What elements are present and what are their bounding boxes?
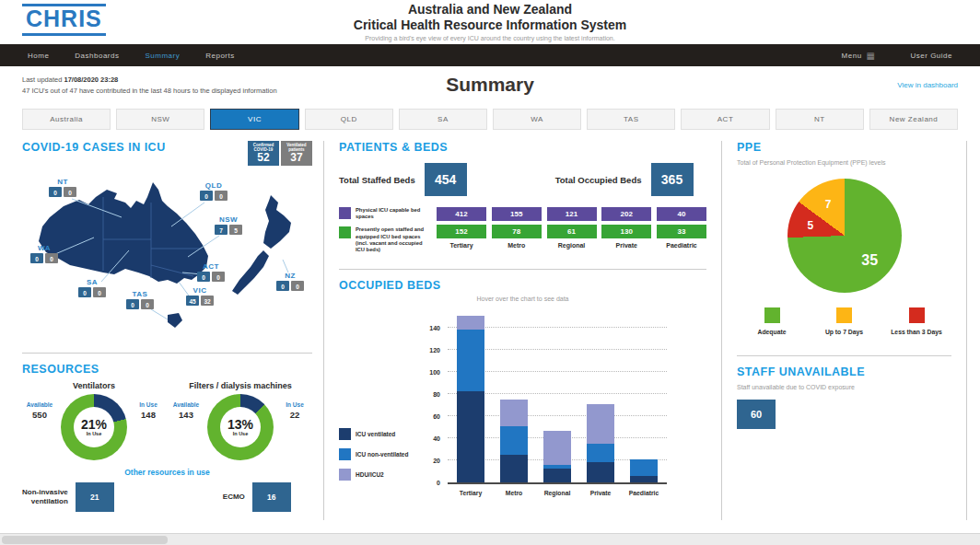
- covid-badge-value: 52: [248, 152, 279, 164]
- nz-north-island-shape: [263, 195, 291, 249]
- user-guide-link[interactable]: User Guide: [898, 52, 965, 60]
- tab-tas[interactable]: TAS: [587, 109, 675, 130]
- total-occupied-label: Total Occupied Beds: [555, 175, 642, 185]
- tab-sa[interactable]: SA: [399, 109, 487, 130]
- available-value: 550: [24, 410, 55, 420]
- ytick-140: 140: [414, 325, 440, 331]
- tab-wa[interactable]: WA: [493, 109, 581, 130]
- app-title: Australia and New Zealand Critical Healt…: [0, 2, 980, 41]
- bar-tertiary-hdu-icu2[interactable]: [457, 316, 484, 329]
- occupied-beds-chart[interactable]: TertiaryMetroRegionalPrivatePaediatric02…: [339, 307, 706, 515]
- ppe-pie-chart[interactable]: 3557: [788, 179, 902, 293]
- bar-regional-icu-non-ventilated[interactable]: [543, 465, 571, 469]
- nav-item-summary[interactable]: Summary: [132, 52, 192, 60]
- svg-text:SA: SA: [87, 278, 98, 286]
- resources-title: RESOURCES: [22, 363, 312, 376]
- ppe-legend-swatch: [836, 307, 852, 323]
- covid-badge-ventilated: Ventilated patients37: [281, 141, 312, 166]
- svg-text:NSW: NSW: [219, 215, 238, 224]
- svg-text:0: 0: [146, 302, 149, 308]
- tab-qld[interactable]: QLD: [305, 109, 393, 130]
- bar-private-icu-ventilated[interactable]: [587, 462, 614, 483]
- app-subtitle: Providing a bird's eye view of every ICU…: [0, 35, 980, 41]
- bar-metro-icu-ventilated[interactable]: [500, 455, 528, 482]
- nav-item-dashboards[interactable]: Dashboards: [62, 52, 132, 60]
- physical-beds-value: 155: [492, 207, 542, 221]
- bar-tertiary-icu-ventilated[interactable]: [457, 391, 484, 483]
- ppe-legend-up-to-7-days: Up to 7 Days: [811, 307, 878, 335]
- title-line2: Critical Health Resource Information Sys…: [0, 17, 980, 33]
- nav-item-reports[interactable]: Reports: [192, 52, 248, 60]
- bar-chart-plot: TertiaryMetroRegionalPrivatePaediatric: [448, 313, 667, 484]
- ytick-20: 20: [414, 458, 440, 464]
- ecmo-label: ECMO: [223, 493, 245, 502]
- donut-title: Ventilators: [24, 381, 164, 390]
- pie-value-less-than-3-days: 5: [807, 219, 813, 232]
- page-title: Summary: [0, 74, 980, 96]
- right-divider: [737, 355, 951, 356]
- ecmo: ECMO 16: [223, 482, 291, 512]
- app-header: CHRIS Australia and New Zealand Critical…: [0, 0, 980, 44]
- donut-pct: 21%: [81, 418, 107, 431]
- menu-button[interactable]: Menu ▦: [842, 51, 876, 61]
- svg-text:0: 0: [35, 256, 39, 262]
- map-state-nz: NZ00: [276, 260, 304, 291]
- bar-metro-hdu-icu2[interactable]: [500, 400, 528, 426]
- beds-legend-item-0: Physical ICU capable bed spaces: [339, 207, 431, 220]
- physical-beds-value: 121: [547, 207, 597, 221]
- physical-beds-value: 40: [657, 207, 706, 221]
- map-state-tas: TAS00: [126, 290, 168, 319]
- ytick-120: 120: [414, 347, 440, 354]
- bed-category-label: Private: [601, 242, 651, 249]
- covid-title: COVID-19 CASES IN ICU: [22, 141, 166, 154]
- ppe-legend-swatch: [764, 307, 780, 323]
- bar-category-label-paediatric: Paediatric: [621, 490, 667, 496]
- covid-section-header: COVID-19 CASES IN ICU Confirmed COVID-19…: [22, 141, 312, 166]
- donut-ring: 13%In Use: [207, 394, 274, 460]
- resource-donuts: VentilatorsAvailable55021%In UseIn Use14…: [22, 381, 312, 460]
- bar-paediatric-icu-non-ventilated[interactable]: [630, 459, 658, 476]
- donut-row: Available55021%In UseIn Use148: [24, 394, 164, 460]
- donut-center: 21%In Use: [74, 407, 114, 447]
- bar-legend-swatch: [339, 448, 351, 460]
- total-staffed-label: Total Staffed Beds: [339, 175, 415, 185]
- total-staffed-value: 454: [425, 163, 467, 196]
- tab-new-zealand[interactable]: New Zealand: [869, 109, 958, 130]
- tab-nt[interactable]: NT: [776, 109, 864, 130]
- bed-category-tertiary: 412152Tertiary: [437, 207, 486, 260]
- bar-metro-icu-non-ventilated[interactable]: [500, 426, 528, 455]
- bed-category-metro: 15578Metro: [492, 207, 542, 260]
- svg-text:0: 0: [50, 256, 53, 262]
- available-value: 143: [170, 410, 202, 420]
- non-invasive-label: Non-invasive ventilation: [22, 488, 68, 505]
- scrollbar-thumb[interactable]: [2, 536, 168, 544]
- svg-text:0: 0: [68, 190, 72, 196]
- bar-regional-hdu-icu2[interactable]: [543, 431, 571, 465]
- bed-categories: 412152Tertiary15578Metro12161Regional202…: [437, 207, 706, 260]
- tasmania-shape: [168, 313, 182, 328]
- bar-tertiary-icu-non-ventilated[interactable]: [457, 330, 484, 391]
- view-in-dashboard-link[interactable]: View in dashboard: [897, 81, 958, 89]
- tab-act[interactable]: ACT: [681, 109, 769, 130]
- donut-row: Available14313%In UseIn Use22: [170, 394, 310, 460]
- bed-category-label: Metro: [492, 242, 542, 249]
- svg-text:NT: NT: [57, 178, 68, 186]
- ppe-legend-swatch: [909, 307, 925, 323]
- beds-legend-label: Physical ICU capable bed spaces: [356, 207, 431, 220]
- ytick-0: 0: [414, 480, 440, 486]
- non-invasive-value: 21: [76, 482, 114, 512]
- tab-vic[interactable]: VIC: [210, 109, 298, 130]
- bar-paediatric-icu-ventilated[interactable]: [630, 476, 658, 482]
- staff-unavailable-title: STAFF UNAVAILABLE: [737, 365, 951, 378]
- bar-legend-swatch: [339, 428, 351, 440]
- bar-private-hdu-icu2[interactable]: [587, 404, 614, 444]
- bar-private-icu-non-ventilated[interactable]: [587, 444, 614, 461]
- nav-item-home[interactable]: Home: [15, 52, 62, 60]
- tab-nsw[interactable]: NSW: [116, 109, 204, 130]
- bed-category-paediatric: 4033Paediatric: [657, 207, 706, 260]
- svg-text:0: 0: [204, 193, 208, 200]
- tab-australia[interactable]: Australia: [22, 109, 111, 130]
- bar-regional-icu-ventilated[interactable]: [543, 469, 571, 483]
- horizontal-scrollbar[interactable]: [0, 533, 980, 545]
- title-line1: Australia and New Zealand: [0, 2, 980, 17]
